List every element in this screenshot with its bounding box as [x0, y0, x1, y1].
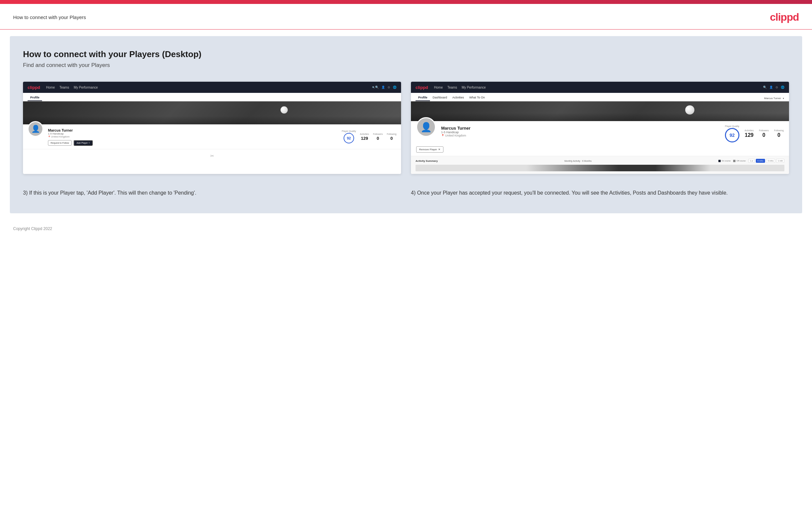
left-followers-stat: Followers 0: [373, 133, 383, 141]
right-player-avatar: 👤: [416, 117, 436, 137]
left-following-stat: Following 0: [387, 133, 397, 141]
right-user-icon[interactable]: 👤: [769, 86, 773, 89]
quality-circle-left: 92: [344, 133, 354, 144]
left-nav-links: Home Teams My Performance: [46, 86, 372, 89]
golf-ball: [281, 106, 288, 114]
tab-whattoon-right[interactable]: What To On: [467, 95, 488, 101]
right-banner-overlay: [411, 113, 789, 121]
left-nav-icons: 🔍 👤 ⊙ 🌐: [372, 86, 397, 89]
caption-left-text: 3) If this is your Player tap, 'Add Play…: [23, 189, 401, 197]
right-nav-icons: 🔍 👤 ⊙ 🌐: [763, 86, 784, 89]
activity-controls: On course Off course 1 yr 6 mths 3 mths …: [718, 159, 784, 163]
time-btn-1yr[interactable]: 1 yr: [748, 159, 755, 163]
right-stats-row: Player Quality 92 Activities 129 Followe…: [725, 125, 784, 143]
right-player-profile: 👤 Marcus Turner 1-5 Handicap 📍 United Ki…: [411, 121, 789, 146]
on-course-dot: [718, 160, 721, 162]
left-golf-banner: [23, 101, 401, 124]
left-stats-row: Player Quality 92 Activities 129 Followe…: [342, 130, 397, 144]
left-nav-performance[interactable]: My Performance: [73, 86, 98, 89]
left-navbar: clippd Home Teams My Performance 🔍 👤 ⊙ 🌐: [23, 82, 401, 93]
tab-dashboard-right[interactable]: Dashboard: [430, 95, 450, 101]
left-player-avatar: 👤: [28, 121, 43, 137]
right-nav-teams[interactable]: Teams: [447, 86, 457, 89]
off-course-legend: Off course: [737, 160, 746, 162]
user-icon[interactable]: 👤: [382, 86, 385, 89]
right-tabbar: Profile Dashboard Activities What To On …: [411, 93, 789, 101]
avatar-icon: 👤: [31, 125, 40, 133]
page-title: How to connect with your Players: [13, 14, 86, 20]
caption-right: 4) Once your Player has accepted your re…: [411, 184, 789, 197]
add-player-button[interactable]: Add Player +: [73, 140, 93, 146]
left-player-handicap: 1-5 Handicap: [48, 132, 337, 135]
right-location-pin-icon: 📍: [441, 134, 445, 137]
right-player-location: 📍 United Kingdom: [441, 134, 720, 137]
tab-profile-right[interactable]: Profile: [415, 95, 430, 101]
left-nav-home[interactable]: Home: [46, 86, 55, 89]
left-quality-stat: Player Quality 92: [342, 130, 356, 144]
right-player-info: Marcus Turner 1-5 Handicap 📍 United King…: [441, 125, 720, 137]
on-course-legend: On course: [722, 160, 731, 162]
right-activities-stat: Activities 129: [745, 129, 754, 138]
request-follow-button[interactable]: Request to Follow: [48, 140, 71, 146]
remove-player-button[interactable]: Remove Player ✕: [416, 146, 444, 153]
plus-icon: +: [88, 142, 90, 144]
footer: Copyright Clippd 2022: [0, 220, 812, 238]
right-app-logo: clippd: [415, 85, 428, 90]
time-btn-3mths[interactable]: 3 mths: [766, 159, 775, 163]
settings-icon[interactable]: ⊙: [388, 86, 390, 89]
top-bar: [0, 0, 812, 4]
right-tabs-group: Profile Dashboard Activities What To On: [415, 95, 488, 101]
off-course-dot: [733, 160, 735, 162]
right-nav-performance[interactable]: My Performance: [461, 86, 486, 89]
caption-left: 3) If this is your Player tap, 'Add Play…: [23, 184, 401, 197]
marcus-dropdown[interactable]: Marcus Turner ▼: [764, 97, 784, 101]
right-search-icon[interactable]: 🔍: [763, 86, 767, 89]
screenshot-left: clippd Home Teams My Performance 🔍 👤 ⊙ 🌐…: [23, 82, 401, 174]
right-golf-banner: [411, 101, 789, 121]
left-screenshot-bottom: ✂: [23, 149, 401, 162]
left-player-info: Marcus Turner 1-5 Handicap 📍 United King…: [48, 128, 337, 146]
right-quality-stat: Player Quality 92: [725, 125, 740, 143]
right-avatar-icon: 👤: [420, 122, 432, 132]
banner-overlay: [23, 116, 401, 124]
right-player-handicap: 1-5 Handicap: [441, 130, 720, 134]
time-btn-6mths[interactable]: 6 mths: [756, 159, 765, 163]
main-title: How to connect with your Players (Deskto…: [23, 49, 789, 59]
screenshot-right: clippd Home Teams My Performance 🔍 👤 ⊙ 🌐…: [411, 82, 789, 174]
quality-circle-right: 92: [725, 128, 740, 143]
copyright-text: Copyright Clippd 2022: [13, 226, 52, 231]
search-icon[interactable]: 🔍: [372, 86, 379, 89]
activity-chart: [415, 165, 784, 171]
right-navbar: clippd Home Teams My Performance 🔍 👤 ⊙ 🌐: [411, 82, 789, 93]
close-icon: ✕: [438, 148, 441, 151]
tab-profile-left[interactable]: Profile: [28, 95, 42, 101]
right-nav-home[interactable]: Home: [434, 86, 443, 89]
page-header: How to connect with your Players clippd: [0, 4, 812, 30]
location-pin-icon: 📍: [48, 135, 50, 138]
tab-activities-right[interactable]: Activities: [450, 95, 467, 101]
left-player-name: Marcus Turner: [48, 128, 337, 132]
left-activities-stat: Activities 129: [360, 133, 369, 141]
left-player-profile: 👤 Marcus Turner 1-5 Handicap 📍 United Ki…: [23, 124, 401, 149]
right-nav-links: Home Teams My Performance: [434, 86, 763, 89]
right-globe-icon[interactable]: 🌐: [781, 86, 784, 89]
scissors-icon: ✂: [210, 153, 214, 159]
right-followers-stat: Followers 0: [759, 129, 769, 138]
activity-title: Activity Summary: [415, 160, 438, 162]
main-subtitle: Find and connect with your Players: [23, 62, 789, 69]
activity-header: Activity Summary Monthly Activity · 6 Mo…: [415, 159, 784, 163]
left-app-logo: clippd: [28, 85, 40, 90]
left-tabbar: Profile: [23, 93, 401, 101]
left-nav-teams[interactable]: Teams: [59, 86, 69, 89]
left-player-buttons: Request to Follow Add Player +: [48, 140, 337, 146]
captions-row: 3) If this is your Player tap, 'Add Play…: [23, 184, 789, 197]
remove-player-area: Remove Player ✕: [411, 146, 789, 156]
left-player-location: 📍 United Kingdom: [48, 135, 337, 138]
right-activity-summary: Activity Summary Monthly Activity · 6 Mo…: [411, 156, 789, 174]
screenshots-row: clippd Home Teams My Performance 🔍 👤 ⊙ 🌐…: [23, 82, 789, 174]
clippd-logo: clippd: [770, 11, 799, 23]
globe-icon[interactable]: 🌐: [393, 86, 397, 89]
time-btn-1mth[interactable]: 1 mth: [776, 159, 784, 163]
right-settings-icon[interactable]: ⊙: [775, 86, 778, 89]
activity-period: Monthly Activity · 6 Months: [564, 160, 592, 162]
